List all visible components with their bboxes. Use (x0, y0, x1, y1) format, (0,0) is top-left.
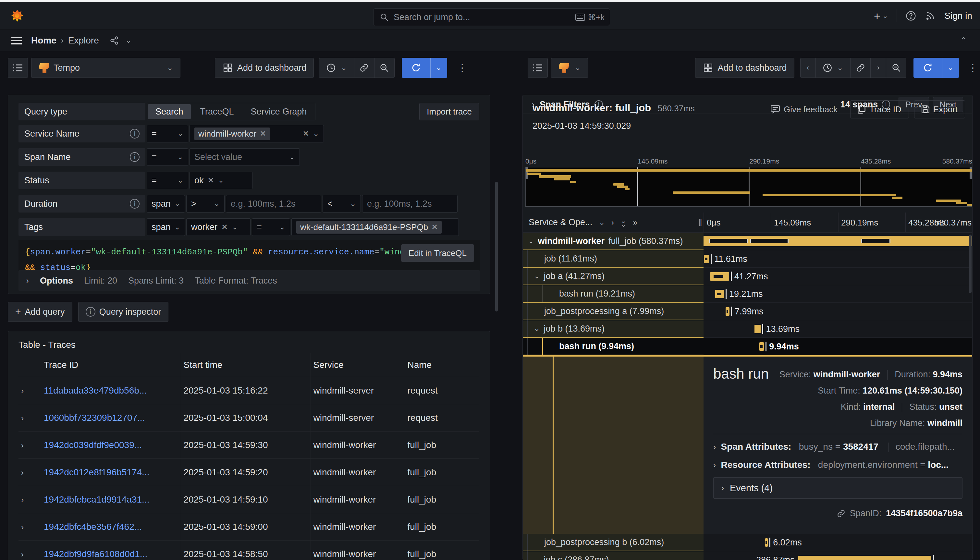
service-name-value[interactable]: windmill-worker✕ ✕⌄ (190, 125, 324, 142)
table-row[interactable]: ›1942dc039dfdf9e0039...2025-01-03 14:59:… (18, 432, 479, 459)
collapse-all-icon[interactable]: ⌄⌄ (620, 219, 626, 226)
expand-options-icon[interactable]: › (26, 276, 29, 285)
timepicker-back-icon[interactable]: ‹ (800, 58, 816, 78)
breadcrumb-dropdown-icon[interactable]: ⌄ (126, 37, 132, 44)
sign-in-button[interactable]: Sign in (944, 11, 972, 21)
time-range-picker-right[interactable]: ⌄ (816, 58, 850, 78)
table-row[interactable]: ›1942dbfebca1d9914a31...2025-01-03 14:59… (18, 486, 479, 513)
row-expand-icon[interactable]: › (21, 550, 24, 559)
give-feedback-button[interactable]: Give feedback (763, 100, 845, 118)
span-bar[interactable] (726, 307, 729, 316)
span-id-value[interactable]: 14354f16500a7b9a (886, 508, 962, 518)
tags-value[interactable]: wk-default-133114d6a91e-PSPQb✕ (292, 218, 459, 236)
expand-one-icon[interactable]: › (612, 218, 614, 227)
service-name-operator[interactable]: =⌄ (147, 125, 188, 142)
collapse-icon[interactable]: ⌄ (534, 272, 540, 280)
row-expand-icon[interactable]: › (21, 468, 24, 477)
span-bar[interactable] (765, 538, 768, 547)
span-bar[interactable] (710, 272, 729, 281)
value-chip[interactable]: wk-default-133114d6a91e-PSPQb✕ (296, 221, 442, 233)
span-name-operator[interactable]: =⌄ (147, 148, 188, 166)
span-row-bash-run-a[interactable]: bash run (19.21ms) 19.21ms (523, 285, 972, 303)
run-query-refresh-button[interactable] (402, 58, 430, 78)
remove-chip-icon[interactable]: ✕ (260, 129, 266, 138)
menu-hamburger-icon[interactable] (11, 35, 22, 46)
edit-in-traceql-button[interactable]: Edit in TraceQL (401, 244, 474, 262)
zoom-out-icon-button[interactable] (375, 58, 395, 78)
trace-id-link[interactable]: 1942dc012e8f196b5174... (44, 467, 149, 477)
events-label[interactable]: Events (4) (730, 483, 773, 493)
panel-kebab-menu-right[interactable]: ⋮ (968, 65, 978, 71)
time-range-picker[interactable]: ⌄ (319, 58, 354, 78)
row-expand-icon[interactable]: › (21, 387, 24, 395)
collapse-icon[interactable]: ⌄ (534, 325, 540, 333)
add-query-button[interactable]: +Add query (8, 302, 72, 322)
row-expand-icon[interactable]: › (21, 495, 24, 504)
refresh-interval-dropdown-right[interactable]: ⌄ (942, 58, 959, 78)
events-section[interactable]: › Events (4) (713, 477, 962, 499)
duration-max-input[interactable]: e.g. 100ms, 1.2s (362, 195, 458, 213)
datasource-picker-right[interactable]: ⌄ (551, 58, 588, 78)
span-bar[interactable] (704, 255, 709, 263)
resource-attributes-row[interactable]: › Resource Attributes: deployment.enviro… (713, 460, 962, 470)
span-row-job-postprocessing-a[interactable]: job_postprocessing a (7.99ms) 7.99ms (523, 303, 972, 320)
span-row-job-b[interactable]: ⌄job b (13.69ms) 13.69ms (523, 320, 972, 338)
tags-scope[interactable]: span⌄ (147, 218, 185, 236)
span-row-job-a[interactable]: ⌄job a (41.27ms) 41.27ms (523, 268, 972, 285)
waterfall-name-column-header[interactable]: Service & Ope... ⌄ › ⌄⌄ » ‖ (523, 213, 703, 232)
news-rss-icon[interactable] (925, 10, 936, 22)
remove-icon[interactable]: ✕ (221, 223, 228, 232)
breadcrumb-explore[interactable]: Explore (68, 35, 99, 46)
tags-operator[interactable]: =⌄ (252, 218, 290, 236)
collapse-icon[interactable]: ⌄ (534, 555, 540, 560)
span-name-value[interactable]: Select value⌄ (190, 148, 300, 166)
trace-id-link[interactable]: 1060bbf732309b12707... (44, 413, 145, 423)
duration-op-gt[interactable]: >⌄ (186, 195, 225, 213)
trace-id-link[interactable]: 1942dc039dfdf9e0039... (44, 440, 142, 450)
col-trace-id[interactable]: Trace ID (41, 353, 181, 377)
datasource-picker[interactable]: Tempo ⌄ (31, 58, 180, 78)
service-operation-header-label[interactable]: Service & Ope... (528, 217, 593, 227)
span-row-full-job[interactable]: ⌄windmill-workerfull_job (580.37ms) (523, 233, 972, 250)
query-inspector-button[interactable]: iQuery inspector (78, 302, 169, 322)
value-chip[interactable]: windmill-worker✕ (194, 128, 270, 140)
panel-kebab-menu[interactable]: ⋮ (458, 65, 467, 71)
status-value[interactable]: ok✕⌄ (190, 172, 252, 189)
help-icon[interactable] (905, 10, 917, 22)
trace-minimap[interactable] (525, 167, 972, 207)
span-row-bash-run-b-selected[interactable]: bash run (9.94ms) 9.94ms (523, 338, 972, 355)
trace-id-link[interactable]: 1942dbfc4be3567f462... (44, 522, 142, 532)
refresh-interval-dropdown[interactable]: ⌄ (430, 58, 447, 78)
expand-all-icon[interactable]: » (633, 218, 636, 227)
link-split-icon-button[interactable] (354, 58, 375, 78)
query-history-icon-button[interactable] (8, 58, 28, 78)
remove-chip-icon[interactable]: ✕ (431, 223, 438, 232)
table-row[interactable]: ›1060bbf732309b12707...2025-01-03 15:00:… (18, 404, 479, 432)
left-pane-scrollbar[interactable] (495, 182, 498, 312)
duration-op-lt[interactable]: <⌄ (323, 195, 361, 213)
import-trace-button[interactable]: Import trace (419, 103, 479, 120)
span-bar[interactable] (755, 325, 761, 333)
span-attributes-row[interactable]: › Span Attributes: busy_ns = 3582417 cod… (713, 442, 962, 452)
column-resize-handle[interactable]: ‖ (698, 217, 703, 228)
table-row[interactable]: ›1942dc012e8f196b5174...2025-01-03 14:59… (18, 459, 479, 486)
remove-icon[interactable]: ✕ (208, 176, 214, 185)
timepicker-forward-icon[interactable]: › (871, 58, 886, 78)
row-expand-icon[interactable]: › (21, 523, 24, 532)
trace-id-link[interactable]: 1942dbf9d9fa6108d0d1... (44, 549, 147, 559)
new-menu-button[interactable]: +⌄ (874, 10, 888, 22)
share-icon[interactable] (109, 35, 120, 46)
collapse-icon[interactable]: ⌄ (528, 237, 534, 245)
table-row[interactable]: ›11dabada33e479db56b...2025-01-03 15:16:… (18, 377, 479, 404)
add-to-dashboard-button-right[interactable]: Add to dashboard (695, 58, 794, 78)
query-type-search[interactable]: Search (148, 104, 191, 119)
grafana-logo[interactable] (10, 9, 25, 24)
span-row-job-c[interactable]: ⌄job c (286.87ms) 286.87ms (523, 551, 972, 560)
span-row-job-postprocessing-b[interactable]: job_postprocessing b (6.02ms) 6.02ms (523, 534, 972, 551)
table-row[interactable]: ›1942dbfc4be3567f462...2025-01-03 14:59:… (18, 513, 479, 540)
span-bar[interactable] (759, 342, 764, 351)
tags-key[interactable]: worker✕⌄ (186, 218, 250, 236)
global-search-input[interactable]: Search or jump to... ⌘+k (373, 8, 610, 26)
col-service[interactable]: Service (310, 353, 405, 377)
export-button[interactable]: Export (914, 100, 965, 118)
